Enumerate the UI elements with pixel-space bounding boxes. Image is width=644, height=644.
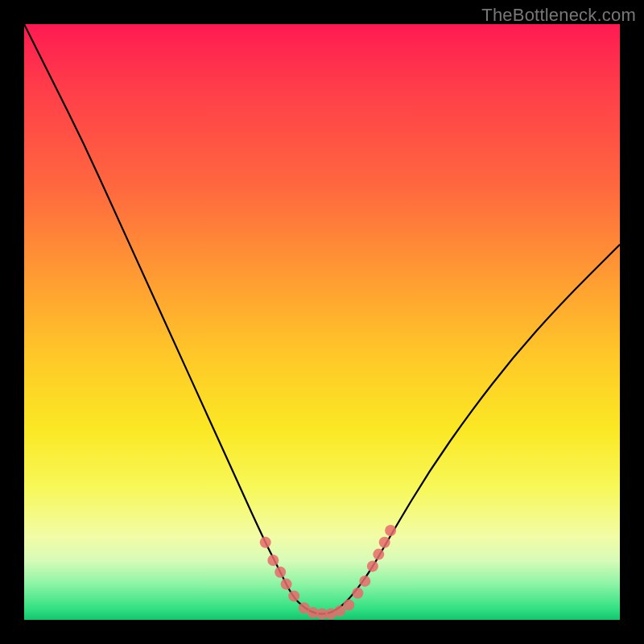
chart-svg [24,24,620,620]
chart-frame: TheBottleneck.com [0,0,644,644]
curve-markers [260,525,396,620]
curve-marker [288,590,299,601]
curve-marker [385,525,396,536]
curve-marker [260,537,271,548]
curve-marker [367,560,378,572]
curve-marker [379,537,390,548]
curve-marker [275,567,286,578]
watermark-text: TheBottleneck.com [481,5,636,26]
curve-marker [343,600,354,611]
curve-marker [267,555,279,566]
curve-marker [281,579,292,590]
bottleneck-curve [24,24,620,614]
curve-marker [359,576,370,587]
chart-plot-area [24,24,620,620]
curve-marker [373,549,384,560]
curve-marker [352,588,363,599]
